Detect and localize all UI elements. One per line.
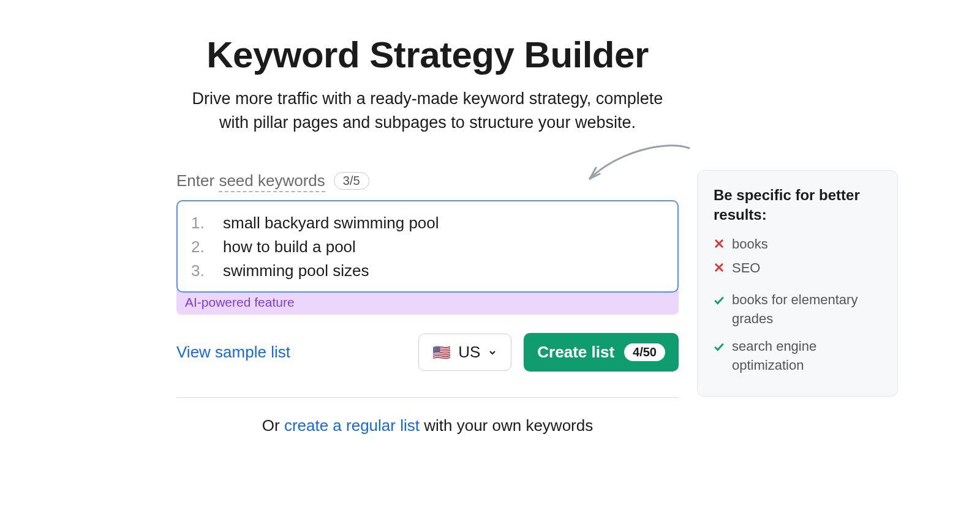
- check-icon: [714, 295, 725, 306]
- divider: [176, 397, 679, 398]
- keyword-text: small backyard swimming pool: [223, 214, 439, 233]
- seed-label-row: Enter seed keywords 3/5: [176, 171, 679, 190]
- keyword-text: how to build a pool: [223, 237, 356, 256]
- ai-powered-badge: AI-powered feature: [176, 289, 679, 315]
- x-icon: [714, 238, 725, 249]
- seed-label: Enter seed keywords: [176, 171, 325, 190]
- seed-count-pill: 3/5: [334, 172, 369, 190]
- tip-bad-item: SEO: [714, 259, 881, 278]
- keyword-row: 3. swimming pool sizes: [191, 259, 664, 283]
- alt-prefix: Or: [262, 416, 284, 435]
- tip-good-text: books for elementary grades: [732, 291, 881, 329]
- page-title: Keyword Strategy Builder: [176, 34, 679, 76]
- create-list-button[interactable]: Create list 4/50: [524, 333, 679, 372]
- tip-bad-item: books: [714, 235, 881, 254]
- tip-good-item: search engine optimization: [714, 337, 881, 375]
- seed-label-prefix: Enter: [176, 171, 219, 190]
- country-code: US: [458, 343, 480, 362]
- create-regular-list-link[interactable]: create a regular list: [284, 416, 420, 435]
- tip-bad-text: books: [732, 235, 768, 254]
- actions-row: View sample list 🇺🇸 US Create list 4/50: [176, 333, 679, 372]
- keyword-number: 1.: [191, 214, 209, 233]
- tip-good-text: search engine optimization: [732, 337, 881, 375]
- x-icon: [714, 262, 725, 273]
- check-icon: [714, 342, 725, 353]
- country-select[interactable]: 🇺🇸 US: [418, 334, 511, 371]
- keyword-number: 2.: [191, 237, 209, 256]
- alt-row: Or create a regular list with your own k…: [176, 416, 679, 435]
- tip-bad-text: SEO: [732, 259, 760, 278]
- keyword-text: swimming pool sizes: [223, 261, 369, 280]
- specificity-tip-card: Be specific for better results: books SE…: [697, 170, 898, 397]
- page-subtitle: Drive more traffic with a ready-made key…: [176, 87, 679, 135]
- quota-pill: 4/50: [624, 343, 665, 361]
- flag-icon: 🇺🇸: [432, 345, 451, 360]
- keyword-row: 1. small backyard swimming pool: [191, 211, 664, 235]
- chevron-down-icon: [488, 348, 497, 357]
- tip-title: Be specific for better results:: [714, 185, 881, 225]
- seed-label-underlined: seed keywords: [219, 171, 325, 192]
- keyword-row: 2. how to build a pool: [191, 235, 664, 259]
- seed-keywords-input[interactable]: 1. small backyard swimming pool 2. how t…: [176, 200, 679, 293]
- tip-good-item: books for elementary grades: [714, 291, 881, 329]
- keyword-number: 3.: [191, 261, 209, 280]
- view-sample-link[interactable]: View sample list: [176, 343, 406, 362]
- create-list-label: Create list: [537, 343, 614, 362]
- alt-suffix: with your own keywords: [420, 416, 593, 435]
